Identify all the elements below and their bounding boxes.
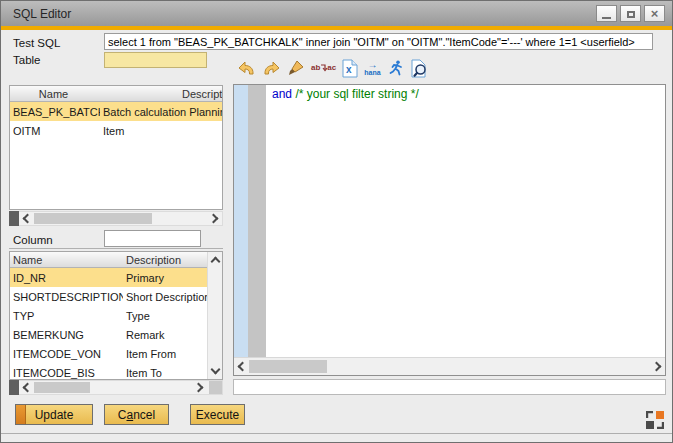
scroll-up-button[interactable]: [208, 254, 223, 267]
column-list-header-description: Description: [123, 254, 207, 266]
table-list-header-name: Name: [10, 88, 97, 100]
editor-selection-gutter: [234, 85, 248, 358]
chevron-right-icon: [652, 362, 662, 372]
replace-icon[interactable]: ab ac: [311, 58, 336, 78]
chevron-down-icon: [210, 365, 220, 375]
close-icon: ×: [651, 7, 659, 20]
hana-arrow: →: [364, 61, 380, 69]
undo-icon[interactable]: [237, 58, 256, 78]
minimize-button[interactable]: [596, 5, 617, 22]
sql-editor-window: SQL Editor × Test SQL Table: [0, 0, 673, 443]
scroll-down-button[interactable]: [208, 364, 223, 377]
editor-hscrollbar[interactable]: [234, 357, 665, 375]
window-controls: ×: [596, 5, 665, 22]
table-name-cell: OITM: [10, 125, 100, 137]
default-button-indicator: [16, 405, 26, 424]
scroll-right-button[interactable]: [207, 212, 222, 225]
redo-icon[interactable]: [262, 58, 281, 78]
scroll-right-button[interactable]: [192, 381, 207, 394]
hana-label: hana: [364, 69, 380, 76]
column-row[interactable]: ITEMCODE_VON Item From: [10, 344, 207, 363]
column-filter-input[interactable]: [104, 230, 201, 247]
execute-button[interactable]: Execute: [190, 404, 245, 425]
scrollbar-thumb[interactable]: [34, 213, 152, 224]
scrollbar-corner: [209, 381, 222, 394]
replace-top-text: ab: [311, 63, 320, 72]
scroll-left-button[interactable]: [19, 381, 34, 394]
sql-keyword: and: [272, 87, 292, 101]
column-list-header-name: Name: [10, 254, 123, 266]
table-list-hscrollbar[interactable]: [9, 211, 223, 226]
table-description-cell: Batch calculation Planning: [100, 106, 223, 118]
accent-bar: [1, 26, 672, 30]
column-name-cell: ITEMCODE_BIS: [10, 367, 123, 379]
column-row[interactable]: ID_NR Primary: [10, 268, 207, 287]
column-list-hscrollbar[interactable]: [9, 380, 223, 395]
status-strip-input[interactable]: [233, 379, 666, 395]
to-hana-icon[interactable]: → hana: [364, 58, 380, 78]
column-name-cell: ID_NR: [10, 272, 123, 284]
column-description-cell: Item To: [123, 367, 207, 379]
editor-code-line: and /* your sql filter string */: [272, 87, 419, 101]
column-list-vscrollbar[interactable]: [207, 252, 222, 379]
column-description-cell: Remark: [123, 329, 207, 341]
column-description-cell: Short Description: [123, 291, 207, 303]
column-name-cell: SHORTDESCRIPTION: [10, 291, 123, 303]
chevron-right-icon: [209, 214, 219, 224]
divider: [9, 248, 223, 249]
column-name-cell: ITEMCODE_VON: [10, 348, 123, 360]
editor-toolbar: ab ac x → hana: [237, 57, 428, 79]
svg-text:x: x: [346, 64, 352, 75]
table-list-grid: Name Description BEAS_PK_BATCHKALK Batch…: [9, 85, 223, 210]
test-sql-input[interactable]: [104, 33, 653, 50]
maximize-button[interactable]: [620, 5, 641, 22]
column-row[interactable]: TYP Type: [10, 306, 207, 325]
chevron-left-icon: [23, 214, 33, 224]
column-list-grid: Name Description ID_NR Primary SHORTDESC…: [9, 251, 223, 380]
chevron-right-icon: [194, 383, 204, 393]
splitter-handle[interactable]: [9, 211, 19, 226]
table-name-cell: BEAS_PK_BATCHKALK: [10, 106, 100, 118]
cancel-button[interactable]: Cancel: [104, 404, 169, 425]
column-row[interactable]: BEMERKUNG Remark: [10, 325, 207, 344]
maximize-icon: [627, 11, 635, 18]
scroll-right-button[interactable]: [650, 358, 665, 375]
editor-margin-gutter: [248, 85, 266, 358]
table-list-header: Name Description: [10, 86, 222, 102]
table-input[interactable]: [104, 52, 207, 68]
scrollbar-thumb[interactable]: [34, 382, 90, 393]
execute-button-label: Execute: [196, 408, 239, 422]
divider: [1, 433, 672, 434]
column-description-cell: Type: [123, 310, 207, 322]
brush-icon[interactable]: [287, 58, 305, 78]
table-row[interactable]: OITM Item: [10, 121, 222, 140]
column-name-cell: BEMERKUNG: [10, 329, 123, 341]
update-button[interactable]: Update: [15, 404, 93, 425]
chevron-left-icon: [238, 362, 248, 372]
window-title: SQL Editor: [13, 7, 71, 21]
minimize-icon: [602, 17, 611, 19]
test-sql-label: Test SQL: [13, 37, 60, 49]
table-row[interactable]: BEAS_PK_BATCHKALK Batch calculation Plan…: [10, 102, 222, 121]
resize-grip-icon[interactable]: [646, 411, 664, 429]
close-button[interactable]: ×: [644, 5, 665, 22]
run-icon[interactable]: [387, 58, 405, 78]
column-row[interactable]: ITEMCODE_BIS Item To: [10, 363, 207, 380]
scroll-left-button[interactable]: [234, 358, 249, 375]
column-list-header: Name Description: [10, 252, 222, 268]
table-label: Table: [13, 54, 41, 66]
splitter-handle[interactable]: [9, 380, 19, 395]
sql-code-editor[interactable]: and /* your sql filter string */: [233, 84, 666, 376]
table-description-cell: Item: [100, 125, 223, 137]
chevron-up-icon: [210, 257, 220, 267]
column-description-cell: Item From: [123, 348, 207, 360]
preview-icon[interactable]: [411, 58, 428, 78]
scrollbar-thumb[interactable]: [249, 360, 327, 373]
table-list-header-description: Description: [97, 88, 223, 100]
titlebar[interactable]: SQL Editor: [1, 1, 672, 26]
scroll-left-button[interactable]: [19, 212, 34, 225]
sql-comment: /* your sql filter string */: [295, 87, 418, 101]
column-row[interactable]: SHORTDESCRIPTION Short Description: [10, 287, 207, 306]
chevron-left-icon: [23, 383, 33, 393]
xml-document-icon[interactable]: x: [342, 58, 358, 78]
